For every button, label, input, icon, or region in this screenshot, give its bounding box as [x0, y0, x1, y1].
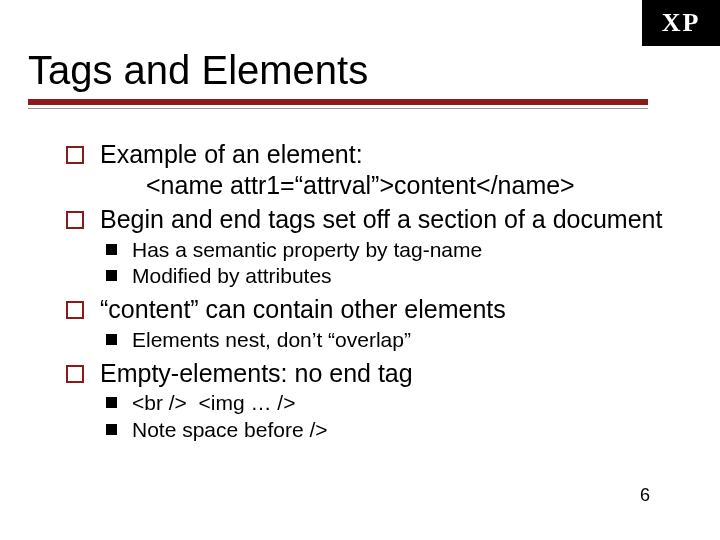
- slide-body: Example of an element: <name attr1=“attr…: [0, 109, 720, 444]
- corner-badge: XP: [642, 0, 720, 46]
- bullet-text: Begin and end tags set off a section of …: [100, 205, 662, 233]
- corner-label: XP: [662, 8, 701, 38]
- list-item: Begin and end tags set off a section of …: [100, 204, 672, 290]
- slide: XP Tags and Elements Example of an eleme…: [0, 0, 720, 540]
- list-item: <br /> <img … />: [132, 390, 672, 417]
- list-item: Has a semantic property by tag-name: [132, 237, 672, 264]
- list-item: Example of an element: <name attr1=“attr…: [100, 139, 672, 200]
- bullet-text: “content” can contain other elements: [100, 295, 506, 323]
- sub-list: Elements nest, don’t “overlap”: [100, 327, 672, 354]
- title-underline: [0, 99, 720, 109]
- list-item: Note space before />: [132, 417, 672, 444]
- example-code: <name attr1=“attrval”>content</name>: [100, 170, 672, 201]
- bullet-text: Empty-elements: no end tag: [100, 359, 413, 387]
- list-item: “content” can contain other elements Ele…: [100, 294, 672, 353]
- sub-list: <br /> <img … /> Note space before />: [100, 390, 672, 444]
- rule-thick: [28, 99, 648, 105]
- list-item: Elements nest, don’t “overlap”: [132, 327, 672, 354]
- list-item: Modified by attributes: [132, 263, 672, 290]
- list-item: Empty-elements: no end tag <br /> <img ……: [100, 358, 672, 444]
- bullet-list: Example of an element: <name attr1=“attr…: [100, 139, 672, 444]
- page-number: 6: [640, 485, 650, 506]
- sub-list: Has a semantic property by tag-name Modi…: [100, 237, 672, 291]
- slide-title: Tags and Elements: [0, 0, 720, 99]
- bullet-text: Example of an element:: [100, 140, 363, 168]
